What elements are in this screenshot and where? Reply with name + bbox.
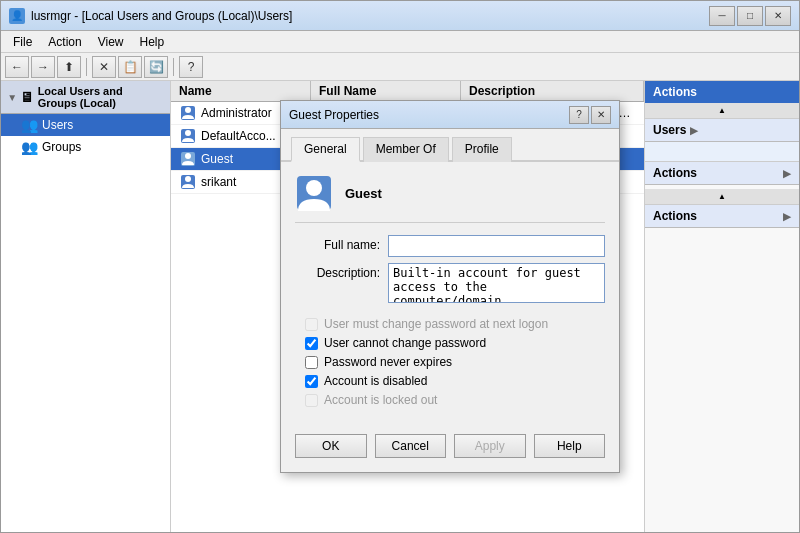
svg-point-7 — [185, 176, 191, 182]
groups-folder-icon: 👥 — [21, 139, 38, 155]
dialog-help-button[interactable]: ? — [569, 106, 589, 124]
checkbox-account-locked: Account is locked out — [295, 393, 605, 407]
user-icon — [179, 104, 197, 122]
account-locked-label: Account is locked out — [324, 393, 437, 407]
password-never-expires-checkbox[interactable] — [305, 356, 318, 369]
tab-profile[interactable]: Profile — [452, 137, 512, 162]
checkbox-account-disabled: Account is disabled — [295, 374, 605, 388]
tab-member-of[interactable]: Member Of — [363, 137, 449, 162]
dialog-close-button[interactable]: ✕ — [591, 106, 611, 124]
actions-scroll-mid[interactable]: ▲ — [645, 189, 799, 205]
dialog-title-bar: Guest Properties ? ✕ — [281, 101, 619, 129]
tree-root-text: Local Users and Groups (Local) — [38, 85, 164, 109]
sidebar-item-groups[interactable]: 👥 Groups — [1, 136, 170, 158]
toolbar-forward[interactable]: → — [31, 56, 55, 78]
title-bar-buttons: ─ □ ✕ — [709, 6, 791, 26]
users-folder-icon: 👥 — [21, 117, 38, 133]
minimize-button[interactable]: ─ — [709, 6, 735, 26]
menu-file[interactable]: File — [5, 33, 40, 51]
user-avatar-icon — [296, 175, 332, 211]
username-display: Guest — [345, 186, 382, 201]
help-button[interactable]: Help — [534, 434, 606, 458]
toolbar-properties[interactable]: 📋 — [118, 56, 142, 78]
must-change-label: User must change password at next logon — [324, 317, 548, 331]
window-title: lusrmgr - [Local Users and Groups (Local… — [31, 9, 709, 23]
description-input[interactable]: Built-in account for guest access to the… — [388, 263, 605, 303]
toolbar-back[interactable]: ← — [5, 56, 29, 78]
tree-root-icon: 🖥 — [20, 89, 34, 105]
actions-title: Actions — [645, 81, 799, 103]
dialog-title-buttons: ? ✕ — [569, 106, 611, 124]
maximize-button[interactable]: □ — [737, 6, 763, 26]
app-icon: 👤 — [9, 8, 25, 24]
chevron-right-icon: ▶ — [783, 211, 791, 222]
menu-view[interactable]: View — [90, 33, 132, 51]
menu-action[interactable]: Action — [40, 33, 89, 51]
col-header-description[interactable]: Description — [461, 81, 644, 101]
apply-button[interactable]: Apply — [454, 434, 526, 458]
menu-bar: File Action View Help — [1, 31, 799, 53]
fullname-input[interactable] — [388, 235, 605, 257]
svg-point-3 — [185, 130, 191, 136]
dialog-content: Guest Full name: Description: Built-in a… — [281, 162, 619, 424]
actions-section-actions1: Actions ▶ — [645, 162, 799, 185]
must-change-password-checkbox[interactable] — [305, 318, 318, 331]
col-header-name[interactable]: Name — [171, 81, 311, 101]
toolbar-refresh[interactable]: 🔄 — [144, 56, 168, 78]
title-bar: 👤 lusrmgr - [Local Users and Groups (Loc… — [1, 1, 799, 31]
never-expires-label: Password never expires — [324, 355, 452, 369]
user-icon — [179, 173, 197, 191]
svg-point-9 — [306, 180, 322, 196]
actions-section-users: Users ▶ — [645, 119, 799, 142]
toolbar-delete[interactable]: ✕ — [92, 56, 116, 78]
chevron-right-icon: ▶ — [783, 168, 791, 179]
chevron-right-icon: ▶ — [690, 125, 698, 136]
dialog-tabs: General Member Of Profile — [281, 129, 619, 162]
account-disabled-label: Account is disabled — [324, 374, 427, 388]
toolbar-help[interactable]: ? — [179, 56, 203, 78]
svg-point-1 — [185, 107, 191, 113]
toolbar-sep2 — [173, 58, 174, 76]
avatar — [295, 174, 333, 212]
account-disabled-checkbox[interactable] — [305, 375, 318, 388]
cannot-change-password-checkbox[interactable] — [305, 337, 318, 350]
sidebar-item-users[interactable]: 👥 Users — [1, 114, 170, 136]
user-icon — [179, 127, 197, 145]
description-label: Description: — [295, 263, 380, 280]
svg-point-5 — [185, 153, 191, 159]
cancel-button[interactable]: Cancel — [375, 434, 447, 458]
toolbar: ← → ⬆ ✕ 📋 🔄 ? — [1, 53, 799, 81]
tree-expand-icon: ▼ — [7, 90, 18, 104]
description-row: Description: Built-in account for guest … — [295, 263, 605, 303]
tab-general[interactable]: General — [291, 137, 360, 162]
dialog-footer: OK Cancel Apply Help — [281, 424, 619, 472]
tree-groups-label: Groups — [42, 140, 81, 154]
menu-help[interactable]: Help — [132, 33, 173, 51]
tree-root-label: ▼ 🖥 Local Users and Groups (Local) — [1, 81, 170, 114]
ok-button[interactable]: OK — [295, 434, 367, 458]
toolbar-sep1 — [86, 58, 87, 76]
tree-users-label: Users — [42, 118, 73, 132]
close-button[interactable]: ✕ — [765, 6, 791, 26]
guest-properties-dialog: Guest Properties ? ✕ General Member Of P… — [280, 100, 620, 473]
dialog-title: Guest Properties — [289, 108, 569, 122]
user-icon — [179, 150, 197, 168]
account-locked-checkbox[interactable] — [305, 394, 318, 407]
checkbox-never-expires: Password never expires — [295, 355, 605, 369]
user-info-row: Guest — [295, 174, 605, 223]
actions-panel: Actions ▲ Users ▶ Actions ▶ ▲ Actions ▶ — [644, 81, 799, 532]
actions-section-actions2: Actions ▶ — [645, 205, 799, 228]
toolbar-up[interactable]: ⬆ — [57, 56, 81, 78]
tree-panel: ▼ 🖥 Local Users and Groups (Local) 👥 Use… — [1, 81, 171, 532]
list-header: Name Full Name Description — [171, 81, 644, 102]
tree-root-item[interactable]: ▼ 🖥 Local Users and Groups (Local) — [7, 85, 164, 109]
cannot-change-label: User cannot change password — [324, 336, 486, 350]
checkbox-cannot-change: User cannot change password — [295, 336, 605, 350]
actions-scroll-up[interactable]: ▲ — [645, 103, 799, 119]
col-header-fullname[interactable]: Full Name — [311, 81, 461, 101]
fullname-row: Full name: — [295, 235, 605, 257]
fullname-label: Full name: — [295, 235, 380, 252]
checkbox-must-change: User must change password at next logon — [295, 317, 605, 331]
